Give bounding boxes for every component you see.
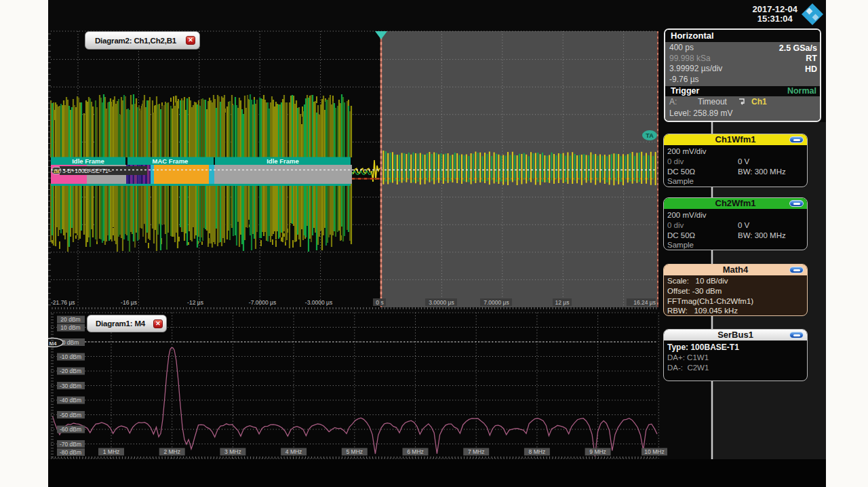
svg-text:0 dBm: 0 dBm (62, 339, 79, 346)
svg-text:-30 dBm: -30 dBm (60, 383, 81, 389)
svg-text:Idle Frame: Idle Frame (267, 157, 299, 165)
svg-text:2 MHz: 2 MHz (163, 448, 180, 455)
svg-text:9 MHz: 9 MHz (589, 448, 606, 455)
svg-text:0 s: 0 s (376, 299, 383, 306)
svg-text:3-B+100BASE-T1–: 3-B+100BASE-T1– (62, 168, 112, 174)
svg-text:8 MHz: 8 MHz (529, 448, 546, 455)
svg-text:TA: TA (646, 132, 654, 139)
svg-text:Idle Frame: Idle Frame (72, 157, 104, 165)
svg-text:-40 dBm: -40 dBm (60, 397, 81, 404)
svg-text:3 MHz: 3 MHz (224, 448, 241, 455)
svg-text:12 µs: 12 µs (555, 299, 570, 306)
svg-text:-80 dBm: -80 dBm (60, 449, 81, 456)
svg-text:3.0000 µs: 3.0000 µs (429, 299, 454, 306)
svg-text:10 MHz: 10 MHz (644, 448, 664, 455)
svg-text:-20 dBm: -20 dBm (60, 368, 81, 374)
svg-text:4 MHz: 4 MHz (285, 448, 302, 455)
svg-text:10 dBm: 10 dBm (60, 324, 80, 331)
svg-text:MAC Frame: MAC Frame (153, 157, 189, 165)
svg-text:1 MHz: 1 MHz (103, 448, 120, 455)
svg-text:-21.76 µs: -21.76 µs (51, 299, 75, 306)
svg-text:20 dBm: 20 dBm (60, 316, 80, 323)
svg-text:-16 µs: -16 µs (121, 299, 137, 306)
svg-text:-12 µs: -12 µs (187, 299, 203, 306)
svg-text:7.0000 µs: 7.0000 µs (484, 299, 509, 306)
svg-text:5 MHz: 5 MHz (347, 448, 363, 455)
svg-text:-10 dBm: -10 dBm (60, 353, 81, 360)
svg-text:16.24 µs: 16.24 µs (633, 299, 656, 306)
svg-text:-50 dBm: -50 dBm (60, 412, 81, 418)
svg-text:-70 dBm: -70 dBm (60, 441, 81, 448)
svg-text:6 MHz: 6 MHz (407, 448, 424, 455)
svg-text:-7.0000 µs: -7.0000 µs (249, 299, 276, 306)
svg-text:7 MHz: 7 MHz (468, 448, 485, 455)
svg-text:-60 dBm: -60 dBm (60, 426, 81, 433)
svg-text:-3.0000 µs: -3.0000 µs (305, 299, 332, 306)
